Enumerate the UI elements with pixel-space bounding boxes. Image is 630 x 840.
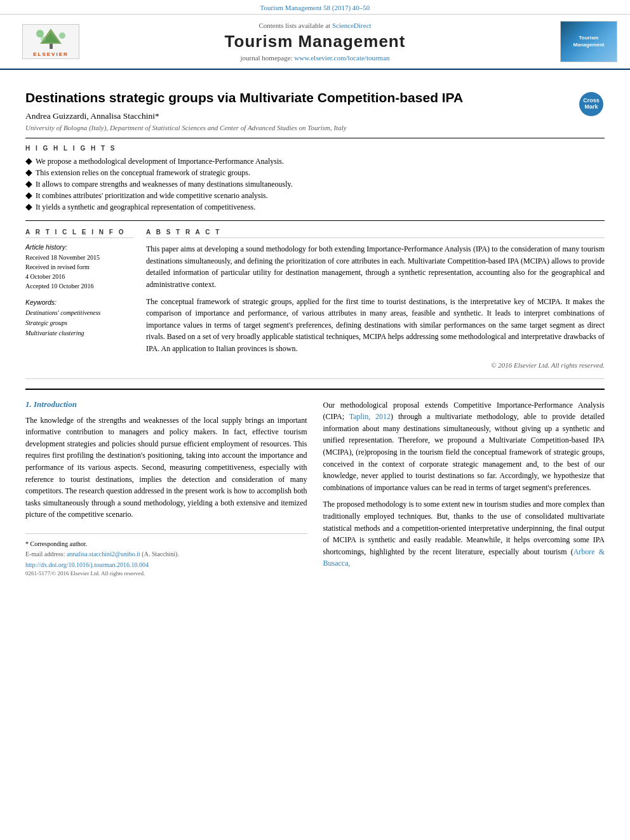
email-line: E-mail address: annalisa.stacchini2@unib… <box>25 550 307 557</box>
highlight-text-4: It combines attributes' prioritization a… <box>36 191 268 201</box>
bullet-icon: ◆ <box>25 191 32 200</box>
tm-thumbnail-area: TourismManagement <box>541 21 617 62</box>
svg-point-5 <box>41 36 46 41</box>
corresponding-note: * Corresponding author. <box>25 539 307 549</box>
elsevier-tree-icon <box>34 26 69 50</box>
keywords-label: Keywords: <box>25 298 133 306</box>
bullet-icon: ◆ <box>25 168 32 177</box>
highlight-item-1: ◆ We propose a methodological developmen… <box>25 157 605 166</box>
email-label: E-mail address: <box>25 550 65 557</box>
elsevier-wordmark: ELSEVIER <box>33 51 69 57</box>
journal-citation: Tourism Management 58 (2017) 40–50 <box>260 4 370 11</box>
intro-para-2: Our methodological proposal extends Comp… <box>323 399 605 494</box>
section-1-heading: 1. Introduction <box>25 399 307 410</box>
main-content: Destinations strategic groups via Multiv… <box>0 70 630 589</box>
highlight-item-2: ◆ This extension relies on the conceptua… <box>25 168 605 178</box>
arbore-ref[interactable]: Arbore & Busacca, <box>323 547 605 568</box>
svg-rect-0 <box>50 44 53 49</box>
bullet-icon: ◆ <box>25 180 32 189</box>
doi-link: http://dx.doi.org/10.1016/j.tourman.2016… <box>25 561 307 568</box>
journal-info-center: Contents lists available at ScienceDirec… <box>89 22 541 62</box>
tm-thumb-text: TourismManagement <box>573 35 605 48</box>
author-email[interactable]: annalisa.stacchini2@unibo.it <box>67 550 140 557</box>
highlight-text-2: This extension relies on the conceptual … <box>36 168 250 178</box>
article-authors: Andrea Guizzardi, Annalisa Stacchini* <box>25 111 570 121</box>
body-left-column: 1. Introduction The knowledge of the str… <box>25 399 307 577</box>
elsevier-logo: ELSEVIER <box>13 24 89 59</box>
article-affiliation: University of Bologna (Italy), Departmen… <box>25 124 570 131</box>
bullet-icon: ◆ <box>25 203 32 211</box>
revised-date: Received in revised form4 October 2016 <box>25 262 133 281</box>
top-bar: Tourism Management 58 (2017) 40–50 <box>0 0 630 15</box>
article-history: Article history: Received 18 November 20… <box>25 243 133 291</box>
keyword-1: Destinations' competitiveness Strategic … <box>25 308 133 338</box>
article-info-column: A R T I C L E I N F O Article history: R… <box>25 229 133 370</box>
intro-para-1: The knowledge of the strengths and weakn… <box>25 415 307 521</box>
intro-para-3: The proposed methodology is to some exte… <box>323 498 605 570</box>
body-right-text: Our methodological proposal extends Comp… <box>323 399 605 570</box>
body-two-column: 1. Introduction The knowledge of the str… <box>25 390 605 577</box>
highlight-item-4: ◆ It combines attributes' prioritization… <box>25 191 605 201</box>
highlights-section: H I G H L I G H T S ◆ We propose a metho… <box>25 138 605 221</box>
section-1-number: 1. <box>25 399 32 409</box>
contents-line: Contents lists available at ScienceDirec… <box>89 22 541 29</box>
article-title-area: Destinations strategic groups via Multiv… <box>25 89 570 131</box>
journal-title: Tourism Management <box>89 32 541 51</box>
highlight-item-3: ◆ It allows to compare strengths and wea… <box>25 180 605 189</box>
received-date: Received 18 November 2015 <box>25 253 133 262</box>
article-title: Destinations strategic groups via Multiv… <box>25 89 570 106</box>
sciencedirect-link[interactable]: ScienceDirect <box>332 22 372 29</box>
keyword-destinations: Destinations' competitiveness <box>25 308 133 318</box>
abstract-para-2: The conceptual framework of strategic gr… <box>146 296 605 355</box>
article-title-section: Destinations strategic groups via Multiv… <box>25 79 605 138</box>
bullet-icon: ◆ <box>25 157 32 166</box>
abstract-text: This paper aims at developing a sound me… <box>146 243 605 370</box>
history-label: Article history: <box>25 243 133 251</box>
copyright-line: © 2016 Elsevier Ltd. All rights reserved… <box>146 360 605 371</box>
body-left-text: The knowledge of the strengths and weakn… <box>25 415 307 521</box>
crossmark-circle: CrossMark <box>579 92 603 116</box>
highlight-text-3: It allows to compare strengths and weakn… <box>36 180 293 189</box>
body-right-column: Our methodological proposal extends Comp… <box>323 399 605 577</box>
journal-header: ELSEVIER Contents lists available at Sci… <box>0 15 630 70</box>
keywords-section: Keywords: Destinations' competitiveness … <box>25 298 133 338</box>
doi-url[interactable]: http://dx.doi.org/10.1016/j.tourman.2016… <box>25 561 149 568</box>
accepted-date: Accepted 10 October 2016 <box>25 281 133 291</box>
abstract-para-1: This paper aims at developing a sound me… <box>146 243 605 290</box>
homepage-url[interactable]: www.elsevier.com/locate/tourman <box>294 54 389 62</box>
highlight-text-1: We propose a methodological development … <box>36 157 284 166</box>
elsevier-logo-box: ELSEVIER <box>22 24 79 59</box>
keyword-multivariate: Multivariate clustering <box>25 328 133 338</box>
highlight-text-5: It yields a synthetic and geographical r… <box>36 203 255 212</box>
tm-thumbnail: TourismManagement <box>560 21 617 62</box>
taplin-ref[interactable]: Taplin, 2012 <box>349 412 391 421</box>
issn-copyright: 0261-5177/© 2016 Elsevier Ltd. All right… <box>25 570 307 577</box>
abstract-label: A B S T R A C T <box>146 229 605 238</box>
section-1-title: Introduction <box>34 399 77 409</box>
svg-point-4 <box>59 32 65 39</box>
highlight-item-5: ◆ It yields a synthetic and geographical… <box>25 203 605 212</box>
homepage-line: journal homepage: www.elsevier.com/locat… <box>89 54 541 62</box>
elsevier-logo-area: ELSEVIER <box>13 24 89 59</box>
email-suffix: (A. Stacchini). <box>142 550 179 557</box>
article-info-abstract-section: A R T I C L E I N F O Article history: R… <box>25 221 605 378</box>
highlights-label: H I G H L I G H T S <box>25 145 605 152</box>
article-info-label: A R T I C L E I N F O <box>25 229 133 238</box>
keyword-strategic: Strategic groups <box>25 318 133 328</box>
article-footer: * Corresponding author. E-mail address: … <box>25 533 307 577</box>
crossmark-label: CrossMark <box>583 98 600 110</box>
crossmark-badge: CrossMark <box>579 92 605 117</box>
abstract-column: A B S T R A C T This paper aims at devel… <box>146 229 605 370</box>
